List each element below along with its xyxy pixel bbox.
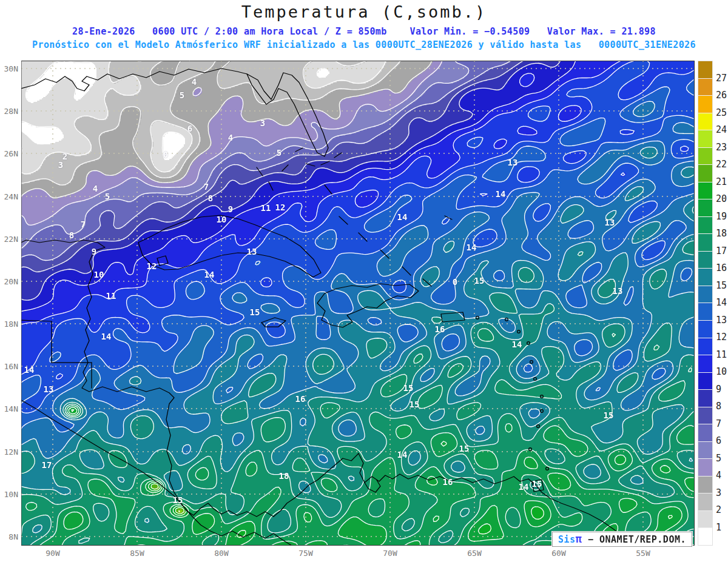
colorbar-cell-7 [698, 407, 712, 425]
colorbar-cell-13 [698, 303, 712, 321]
lat-tick-22N: 22N [0, 234, 18, 243]
colorbar-cell-3 [698, 477, 712, 494]
colorbar-cell-17 [698, 234, 712, 252]
colorbar-tick-6: 6 [716, 435, 721, 446]
lat-tick-8N: 8N [0, 532, 18, 541]
colorbar-cell-21 [698, 165, 712, 182]
colorbar-cell-8 [698, 390, 712, 407]
colorbar-cell-15 [698, 269, 712, 286]
colorbar-tick-4: 4 [716, 470, 721, 481]
colorbar-tick-12: 12 [716, 332, 727, 343]
colorbar-tick-24: 24 [716, 124, 727, 135]
colorbar-tick-3: 3 [716, 487, 721, 498]
lat-tick-26N: 26N [0, 149, 18, 158]
lon-tick-55W: 55W [636, 549, 650, 558]
colorbar-cell-1 [698, 511, 712, 529]
colorbar-tick-27: 27 [716, 73, 727, 84]
lat-tick-24N: 24N [0, 192, 18, 201]
weather-map-page: Temperatura (C,somb.) 28-Ene-2026 0600 U… [0, 0, 728, 562]
lon-tick-70W: 70W [383, 549, 397, 558]
lon-tick-85W: 85W [130, 549, 144, 558]
temperature-contour-map-canvas [21, 61, 695, 546]
credit-pi-symbol: π [576, 533, 582, 545]
colorbar-cell-9 [698, 373, 712, 390]
colorbar-cell-25 [698, 96, 712, 113]
lat-tick-18N: 18N [0, 319, 18, 329]
lon-tick-60W: 60W [551, 549, 565, 558]
colorbar-tick-20: 20 [716, 193, 727, 204]
colorbar-tick-22: 22 [716, 159, 727, 170]
colorbar-tick-15: 15 [716, 280, 727, 291]
colorbar-cell-22 [698, 148, 712, 166]
lat-tick-14N: 14N [0, 404, 18, 413]
lat-tick-10N: 10N [0, 489, 18, 498]
colorbar-cell-14 [698, 286, 712, 304]
map-plot-area: 4560345234578910111278910111213141413131… [21, 61, 695, 546]
lon-tick-80W: 80W [214, 549, 228, 558]
colorbar-cell-19 [698, 199, 712, 217]
subtitle-model-info: Pronóstico con el Modelo Atmósferico WRF… [0, 39, 728, 50]
colorbar-cell-11 [698, 338, 712, 356]
colorbar-tick-8: 8 [716, 401, 721, 412]
colorbar-tick-2: 2 [716, 504, 721, 515]
colorbar-cell-10 [698, 355, 712, 373]
colorbar-tick-11: 11 [716, 349, 727, 360]
colorbar-cell-16 [698, 252, 712, 269]
subtitle-validtime: 28-Ene-2026 0600 UTC / 2:00 am Hora Loca… [0, 26, 728, 37]
lat-tick-16N: 16N [0, 362, 18, 371]
lon-tick-65W: 65W [467, 549, 481, 558]
lon-tick-90W: 90W [46, 549, 59, 558]
colorbar-cell-5 [698, 442, 712, 460]
colorbar-tick-7: 7 [716, 418, 721, 429]
lat-tick-12N: 12N [0, 447, 18, 456]
colorbar-tick-5: 5 [716, 453, 721, 464]
colorbar-tick-9: 9 [716, 384, 721, 395]
lat-tick-30N: 30N [0, 64, 18, 73]
colorbar-tick-16: 16 [716, 263, 727, 273]
colorbar-tick-13: 13 [716, 315, 727, 326]
colorbar-tick-21: 21 [716, 176, 727, 187]
credit-sis: Sis [558, 534, 576, 545]
colorbar-cell-20 [698, 182, 712, 200]
page-title: Temperatura (C,somb.) [0, 2, 728, 21]
colorbar-cell-18 [698, 217, 712, 235]
colorbar-tick-14: 14 [716, 297, 727, 308]
credit-onamet: − ONAMET/REP.DOM. [582, 534, 686, 545]
colorbar-cell-6 [698, 424, 712, 442]
colorbar-cell-24 [698, 113, 712, 131]
lon-tick-75W: 75W [298, 549, 312, 558]
colorbar-cell-23 [698, 130, 712, 148]
temperature-colorbar [698, 61, 713, 546]
colorbar-cell-4 [698, 459, 712, 477]
colorbar-tick-19: 19 [716, 211, 727, 222]
colorbar-cell-12 [698, 321, 712, 338]
colorbar-tick-18: 18 [716, 228, 727, 239]
colorbar-cell-27 [698, 61, 712, 79]
colorbar-tick-26: 26 [716, 90, 727, 101]
colorbar-cell-26 [698, 79, 712, 96]
colorbar-tick-17: 17 [716, 246, 727, 256]
lat-tick-20N: 20N [0, 276, 18, 286]
colorbar-cell-2 [698, 493, 712, 511]
lat-tick-28N: 28N [0, 107, 18, 116]
colorbar-cell-0 [698, 528, 712, 545]
credit-box: Sisπ − ONAMET/REP.DOM. [552, 532, 692, 547]
colorbar-tick-10: 10 [716, 366, 727, 377]
colorbar-tick-25: 25 [716, 107, 727, 118]
colorbar-tick-1: 1 [716, 522, 721, 533]
colorbar-tick-23: 23 [716, 142, 727, 153]
